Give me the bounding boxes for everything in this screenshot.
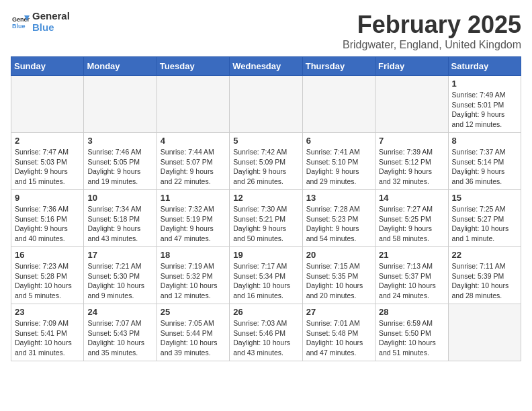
day-number: 13 xyxy=(306,193,371,203)
calendar-cell: 19Sunrise: 7:17 AM Sunset: 5:34 PM Dayli… xyxy=(230,247,302,304)
calendar-cell xyxy=(157,76,229,133)
day-info: Sunrise: 7:30 AM Sunset: 5:21 PM Dayligh… xyxy=(233,204,298,244)
day-info: Sunrise: 7:39 AM Sunset: 5:12 PM Dayligh… xyxy=(379,147,444,187)
logo-icon: General Blue xyxy=(11,13,30,32)
calendar-cell: 2Sunrise: 7:47 AM Sunset: 5:03 PM Daylig… xyxy=(11,133,84,190)
day-info: Sunrise: 7:19 AM Sunset: 5:32 PM Dayligh… xyxy=(161,261,226,301)
day-info: Sunrise: 7:13 AM Sunset: 5:37 PM Dayligh… xyxy=(379,261,444,301)
calendar-cell: 20Sunrise: 7:15 AM Sunset: 5:35 PM Dayli… xyxy=(302,247,375,304)
logo-general: General xyxy=(32,11,70,22)
day-number: 7 xyxy=(379,136,444,146)
calendar-cell xyxy=(302,76,375,133)
calendar-cell: 24Sunrise: 7:07 AM Sunset: 5:43 PM Dayli… xyxy=(84,304,157,361)
day-number: 9 xyxy=(15,193,80,203)
calendar-header-row: SundayMondayTuesdayWednesdayThursdayFrid… xyxy=(11,57,521,76)
day-info: Sunrise: 7:34 AM Sunset: 5:18 PM Dayligh… xyxy=(87,204,152,244)
day-number: 25 xyxy=(161,307,226,317)
day-number: 19 xyxy=(233,250,298,260)
calendar-cell: 6Sunrise: 7:41 AM Sunset: 5:10 PM Daylig… xyxy=(302,133,375,190)
logo: General Blue General Blue xyxy=(11,11,70,33)
weekday-header-friday: Friday xyxy=(375,57,448,76)
location: Bridgwater, England, United Kingdom xyxy=(343,39,521,51)
svg-text:Blue: Blue xyxy=(12,23,26,30)
month-title: February 2025 xyxy=(343,11,521,39)
calendar-table: SundayMondayTuesdayWednesdayThursdayFrid… xyxy=(11,56,521,361)
calendar-cell: 7Sunrise: 7:39 AM Sunset: 5:12 PM Daylig… xyxy=(375,133,448,190)
day-number: 23 xyxy=(15,307,80,317)
calendar-cell xyxy=(448,304,521,361)
calendar-cell: 22Sunrise: 7:11 AM Sunset: 5:39 PM Dayli… xyxy=(448,247,521,304)
calendar-cell: 1Sunrise: 7:49 AM Sunset: 5:01 PM Daylig… xyxy=(448,76,521,133)
day-info: Sunrise: 7:01 AM Sunset: 5:48 PM Dayligh… xyxy=(306,318,371,358)
week-row-5: 23Sunrise: 7:09 AM Sunset: 5:41 PM Dayli… xyxy=(11,304,521,361)
day-info: Sunrise: 7:21 AM Sunset: 5:30 PM Dayligh… xyxy=(87,261,152,301)
calendar-cell: 25Sunrise: 7:05 AM Sunset: 5:44 PM Dayli… xyxy=(157,304,229,361)
title-block: February 2025 Bridgwater, England, Unite… xyxy=(343,11,521,51)
page-header: General Blue General Blue February 2025 … xyxy=(11,11,521,51)
weekday-header-saturday: Saturday xyxy=(448,57,521,76)
weekday-header-wednesday: Wednesday xyxy=(230,57,302,76)
day-info: Sunrise: 7:05 AM Sunset: 5:44 PM Dayligh… xyxy=(161,318,226,358)
day-info: Sunrise: 7:49 AM Sunset: 5:01 PM Dayligh… xyxy=(452,90,517,130)
day-info: Sunrise: 7:15 AM Sunset: 5:35 PM Dayligh… xyxy=(306,261,371,301)
calendar-cell xyxy=(375,76,448,133)
day-info: Sunrise: 7:44 AM Sunset: 5:07 PM Dayligh… xyxy=(161,147,226,187)
calendar-cell: 17Sunrise: 7:21 AM Sunset: 5:30 PM Dayli… xyxy=(84,247,157,304)
day-info: Sunrise: 7:42 AM Sunset: 5:09 PM Dayligh… xyxy=(233,147,298,187)
calendar-cell: 8Sunrise: 7:37 AM Sunset: 5:14 PM Daylig… xyxy=(448,133,521,190)
day-number: 14 xyxy=(379,193,444,203)
calendar-cell: 5Sunrise: 7:42 AM Sunset: 5:09 PM Daylig… xyxy=(230,133,302,190)
calendar-cell: 13Sunrise: 7:28 AM Sunset: 5:23 PM Dayli… xyxy=(302,190,375,247)
week-row-1: 1Sunrise: 7:49 AM Sunset: 5:01 PM Daylig… xyxy=(11,76,521,133)
day-number: 12 xyxy=(233,193,298,203)
day-number: 15 xyxy=(452,193,517,203)
day-info: Sunrise: 7:37 AM Sunset: 5:14 PM Dayligh… xyxy=(452,147,517,187)
day-number: 8 xyxy=(452,136,517,146)
day-number: 18 xyxy=(161,250,226,260)
day-info: Sunrise: 7:28 AM Sunset: 5:23 PM Dayligh… xyxy=(306,204,371,244)
day-info: Sunrise: 7:25 AM Sunset: 5:27 PM Dayligh… xyxy=(452,204,517,244)
calendar-cell: 9Sunrise: 7:36 AM Sunset: 5:16 PM Daylig… xyxy=(11,190,84,247)
calendar-cell: 16Sunrise: 7:23 AM Sunset: 5:28 PM Dayli… xyxy=(11,247,84,304)
day-info: Sunrise: 7:23 AM Sunset: 5:28 PM Dayligh… xyxy=(15,261,80,301)
calendar-cell: 18Sunrise: 7:19 AM Sunset: 5:32 PM Dayli… xyxy=(157,247,229,304)
weekday-header-monday: Monday xyxy=(84,57,157,76)
day-number: 6 xyxy=(306,136,371,146)
calendar-cell: 26Sunrise: 7:03 AM Sunset: 5:46 PM Dayli… xyxy=(230,304,302,361)
day-info: Sunrise: 7:03 AM Sunset: 5:46 PM Dayligh… xyxy=(233,318,298,358)
day-number: 27 xyxy=(306,307,371,317)
day-number: 28 xyxy=(379,307,444,317)
calendar-cell: 12Sunrise: 7:30 AM Sunset: 5:21 PM Dayli… xyxy=(230,190,302,247)
day-number: 2 xyxy=(15,136,80,146)
day-info: Sunrise: 7:36 AM Sunset: 5:16 PM Dayligh… xyxy=(15,204,80,244)
calendar-cell: 15Sunrise: 7:25 AM Sunset: 5:27 PM Dayli… xyxy=(448,190,521,247)
calendar-cell: 10Sunrise: 7:34 AM Sunset: 5:18 PM Dayli… xyxy=(84,190,157,247)
day-info: Sunrise: 7:41 AM Sunset: 5:10 PM Dayligh… xyxy=(306,147,371,187)
calendar-cell xyxy=(11,76,84,133)
day-number: 10 xyxy=(87,193,152,203)
day-number: 11 xyxy=(161,193,226,203)
day-info: Sunrise: 6:59 AM Sunset: 5:50 PM Dayligh… xyxy=(379,318,444,358)
logo-blue: Blue xyxy=(32,22,70,34)
calendar-cell: 28Sunrise: 6:59 AM Sunset: 5:50 PM Dayli… xyxy=(375,304,448,361)
calendar-cell: 27Sunrise: 7:01 AM Sunset: 5:48 PM Dayli… xyxy=(302,304,375,361)
day-info: Sunrise: 7:11 AM Sunset: 5:39 PM Dayligh… xyxy=(452,261,517,301)
day-number: 16 xyxy=(15,250,80,260)
weekday-header-thursday: Thursday xyxy=(302,57,375,76)
day-number: 26 xyxy=(233,307,298,317)
day-number: 4 xyxy=(161,136,226,146)
calendar-cell: 11Sunrise: 7:32 AM Sunset: 5:19 PM Dayli… xyxy=(157,190,229,247)
calendar-cell: 3Sunrise: 7:46 AM Sunset: 5:05 PM Daylig… xyxy=(84,133,157,190)
weekday-header-sunday: Sunday xyxy=(11,57,84,76)
day-info: Sunrise: 7:07 AM Sunset: 5:43 PM Dayligh… xyxy=(87,318,152,358)
day-number: 5 xyxy=(233,136,298,146)
weekday-header-tuesday: Tuesday xyxy=(157,57,229,76)
day-info: Sunrise: 7:47 AM Sunset: 5:03 PM Dayligh… xyxy=(15,147,80,187)
week-row-3: 9Sunrise: 7:36 AM Sunset: 5:16 PM Daylig… xyxy=(11,190,521,247)
day-number: 17 xyxy=(87,250,152,260)
day-number: 22 xyxy=(452,250,517,260)
week-row-2: 2Sunrise: 7:47 AM Sunset: 5:03 PM Daylig… xyxy=(11,133,521,190)
day-info: Sunrise: 7:46 AM Sunset: 5:05 PM Dayligh… xyxy=(87,147,152,187)
calendar-cell: 23Sunrise: 7:09 AM Sunset: 5:41 PM Dayli… xyxy=(11,304,84,361)
day-info: Sunrise: 7:09 AM Sunset: 5:41 PM Dayligh… xyxy=(15,318,80,358)
